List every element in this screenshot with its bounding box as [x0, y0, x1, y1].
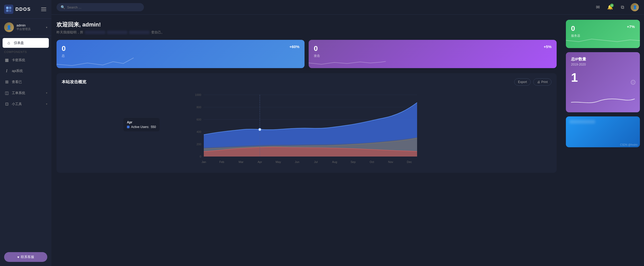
hamburger-button[interactable]	[40, 6, 47, 12]
content-main: 欢迎回来, admin! 昨天我很聪明，所 变自己。 0 总 +60%	[51, 15, 562, 266]
user-dropdown-arrow[interactable]: ▾	[46, 26, 47, 29]
blurred-card-text	[569, 120, 595, 124]
sidebar-item-query[interactable]: ⊞ 查看已	[0, 76, 51, 87]
blurred-content-3	[129, 31, 150, 34]
svg-text:600: 600	[197, 118, 201, 121]
contact-button[interactable]: ♥ 联系客服	[4, 252, 47, 262]
content-area: 欢迎回来, admin! 昨天我很聪明，所 变自己。 0 总 +60%	[51, 15, 644, 266]
user-section: 👤 admin 平台管理员 ▾	[0, 19, 51, 36]
search-box: 🔍	[57, 3, 144, 11]
svg-text:200: 200	[197, 143, 201, 146]
tooltip-month: Apr	[127, 121, 156, 124]
tools-icon: ⊡	[4, 102, 9, 106]
avatar: 👤	[4, 22, 14, 32]
watermark: CSDN @fredric	[620, 143, 638, 146]
ip-count-subtitle: 2019-2020	[571, 63, 635, 66]
svg-text:Oct: Oct	[370, 160, 374, 163]
svg-text:Nov: Nov	[388, 160, 393, 163]
svg-text:0: 0	[200, 155, 201, 158]
stat-chart-attack	[309, 55, 386, 68]
print-icon: 🖨	[537, 80, 540, 84]
sidebar-item-card[interactable]: ▦ 卡密系统	[0, 54, 51, 66]
stat-change-total: +60%	[289, 44, 299, 49]
settings-icon[interactable]: ⚙	[630, 78, 636, 86]
svg-text:Sep: Sep	[351, 160, 356, 163]
logo-text: DDOS	[15, 7, 31, 12]
sidebar-item-api[interactable]: I api系统	[0, 66, 51, 76]
tooltip-value: 550	[151, 125, 156, 129]
main-area: 🔍 ✉ 🔔 4 ⧉ 👤 欢迎回来, admin! 昨天我很聪明，所	[51, 0, 644, 266]
svg-point-29	[259, 128, 261, 131]
ticket-icon: ◫	[4, 90, 9, 95]
blurred-content-1	[85, 31, 105, 34]
export-button[interactable]: Export	[514, 78, 531, 86]
notification-badge: 4	[610, 4, 614, 7]
sidebar-item-label: 工单系统	[12, 91, 25, 95]
ip-count-title: 总IP数量	[571, 57, 635, 62]
sidebar-item-label: 仪表盘	[14, 41, 24, 45]
stat-card-total: 0 总 +60%	[57, 40, 305, 68]
welcome-title: 欢迎回来, admin!	[57, 21, 557, 29]
logo-icon	[4, 5, 13, 14]
stat-value-attack: 0	[314, 44, 551, 53]
blurred-content-2	[107, 31, 127, 34]
svg-rect-0	[6, 7, 8, 9]
stat-chart-total	[57, 55, 134, 68]
ip-count-chart	[571, 89, 635, 107]
svg-text:Feb: Feb	[219, 160, 224, 163]
svg-text:Jul: Jul	[314, 160, 318, 163]
stat-value-server: 0	[571, 24, 635, 33]
svg-text:1000: 1000	[195, 93, 201, 96]
bottom-card: CSDN @fredric	[566, 116, 640, 147]
user-avatar-topbar[interactable]: 👤	[631, 3, 639, 11]
svg-rect-3	[9, 10, 11, 12]
chart-section: 本站攻击概览 Export 🖨 Print	[57, 73, 557, 173]
stat-change-server: +7%	[627, 24, 635, 29]
chevron-down-icon: ▾	[46, 103, 47, 105]
tooltip-label: Active Users:	[131, 125, 149, 129]
ip-count-value: 1	[571, 70, 635, 85]
notification-icon[interactable]: 🔔 4	[606, 3, 614, 11]
sidebar-item-ticket[interactable]: ◫ 工单系统 ▾	[0, 87, 51, 98]
query-icon: ⊞	[4, 79, 9, 84]
welcome-subtitle: 昨天我很聪明，所 变自己。	[57, 30, 557, 35]
stat-card-server: 0 服务器 +7%	[566, 20, 640, 48]
sidebar-item-tools[interactable]: ⊡ 小工具 ▾	[0, 98, 51, 109]
chart-title: 本站攻击概览	[62, 79, 86, 85]
print-button[interactable]: 🖨 Print	[533, 78, 551, 86]
stat-value-total: 0	[62, 44, 299, 53]
svg-text:May: May	[276, 160, 281, 163]
layers-icon[interactable]: ⧉	[618, 3, 627, 11]
chart-container: 1000 800 600 400 200 0	[62, 90, 551, 168]
sidebar-item-dashboard[interactable]: ⌂ 仪表盘	[3, 38, 49, 48]
search-input[interactable]	[67, 5, 140, 9]
svg-text:Mar: Mar	[239, 160, 244, 163]
chart-tooltip: Apr Active Users: 550	[123, 118, 160, 131]
svg-text:Jan: Jan	[201, 160, 206, 163]
sidebar-item-label: 卡密系统	[12, 58, 25, 62]
heart-icon: ♥	[17, 255, 19, 259]
user-name: admin	[16, 23, 31, 27]
topbar: 🔍 ✉ 🔔 4 ⧉ 👤	[51, 0, 644, 15]
stat-cards: 0 总 +60% 0 攻击 +5%	[57, 40, 557, 68]
chevron-down-icon: ▾	[46, 91, 47, 94]
api-icon: I	[4, 69, 9, 73]
sidebar-item-label: 查看已	[12, 80, 22, 84]
card-icon: ▦	[4, 58, 9, 62]
svg-rect-1	[9, 7, 11, 9]
svg-text:Apr: Apr	[257, 160, 262, 163]
svg-text:Dec: Dec	[407, 160, 412, 163]
svg-text:Aug: Aug	[332, 160, 337, 163]
svg-rect-2	[6, 10, 8, 12]
search-icon: 🔍	[61, 5, 65, 9]
logo-area: DDOS	[0, 0, 51, 19]
svg-text:400: 400	[197, 130, 201, 133]
stat-chart-server	[566, 35, 640, 48]
sidebar-item-label: api系统	[12, 69, 23, 73]
sidebar-item-label: 小工具	[12, 102, 22, 106]
tooltip-dot	[127, 126, 130, 128]
stat-change-attack: +5%	[544, 44, 551, 49]
sidebar: DDOS 👤 admin 平台管理员 ▾ ⌂ 仪表盘 COMPONENTS ▦ …	[0, 0, 51, 266]
user-role: 平台管理员	[16, 27, 31, 31]
mail-icon[interactable]: ✉	[594, 3, 602, 11]
